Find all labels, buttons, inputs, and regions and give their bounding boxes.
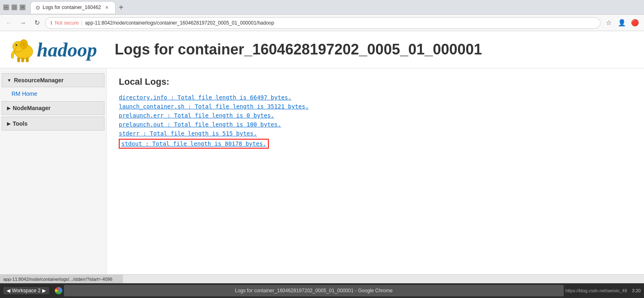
window-controls: — □ ✕	[3, 5, 25, 10]
log-item: launch_container.sh : Total file length …	[119, 103, 632, 110]
taskbar-prev-workspace[interactable]: ◀	[7, 288, 10, 293]
resource-manager-header[interactable]: ▼ ResourceManager	[2, 73, 104, 87]
close-button[interactable]: ✕	[20, 5, 25, 10]
log-link[interactable]: stderr : Total file length is 515 bytes.	[119, 130, 257, 137]
tools-header[interactable]: ▶ Tools	[2, 117, 104, 131]
tools-section: ▶ Tools	[0, 117, 106, 131]
node-manager-arrow: ▶	[7, 106, 10, 111]
svg-point-2	[16, 44, 17, 46]
taskbar-time: 3:20	[632, 288, 641, 293]
resource-manager-section: ▼ ResourceManager RM Home	[0, 73, 106, 99]
status-url: app-11:8042/node/containerlogs/.../stder…	[0, 275, 123, 283]
log-link[interactable]: directory.info : Total file length is 66…	[119, 94, 291, 101]
address-actions: ☆ 👤 🔴	[603, 17, 641, 29]
log-item: prelaunch.out : Total file length is 100…	[119, 121, 632, 128]
security-icon: ℹ	[50, 20, 52, 26]
address-bar: ← → ↻ ℹ Not secure | app-11:8042/node/co…	[0, 15, 644, 31]
url-bar[interactable]: ℹ Not secure | app-11:8042/node/containe…	[45, 17, 601, 29]
taskbar-right-url: https://blog.csdn.net/weixin_48	[565, 288, 627, 293]
log-link-highlighted[interactable]: stdout : Total file length is 80178 byte…	[119, 139, 269, 149]
rm-home-link[interactable]: RM Home	[0, 88, 106, 99]
back-button[interactable]: ←	[3, 17, 15, 29]
page-main-title: Logs for container_1604628197202_0005_01…	[115, 41, 482, 58]
active-tab[interactable]: ⊙ Logs for container_160462 ×	[30, 1, 116, 14]
hadoop-logo: hadoop	[8, 35, 98, 64]
status-bar: app-11:8042/node/containerlogs/.../stder…	[0, 274, 644, 283]
tools-arrow: ▶	[7, 121, 10, 126]
new-tab-button[interactable]: +	[116, 1, 127, 14]
forward-button[interactable]: →	[17, 17, 29, 29]
log-item: stderr : Total file length is 515 bytes.	[119, 130, 632, 137]
resource-manager-label: ResourceManager	[14, 77, 63, 84]
resource-manager-arrow: ▼	[7, 78, 11, 83]
node-manager-label: NodeManager	[13, 105, 51, 111]
node-manager-section: ▶ NodeManager	[0, 101, 106, 115]
hadoop-header: hadoop Logs for container_1604628197202_…	[0, 31, 644, 68]
extension-icon[interactable]: 🔴	[629, 17, 641, 29]
refresh-button[interactable]: ↻	[31, 17, 43, 29]
taskbar-next-workspace[interactable]: ▶	[42, 288, 46, 293]
local-logs-title: Local Logs:	[119, 77, 632, 87]
page-content: hadoop Logs for container_1604628197202_…	[0, 31, 644, 274]
bookmark-icon[interactable]: ☆	[603, 17, 615, 29]
sidebar: ▼ ResourceManager RM Home ▶ NodeManager …	[0, 68, 107, 274]
workspace-label: Workspace 2	[12, 288, 41, 293]
svg-rect-5	[21, 58, 24, 62]
browser-titlebar: — □ ✕ ⊙ Logs for container_160462 × +	[0, 0, 644, 15]
minimize-button[interactable]: —	[3, 5, 9, 10]
log-list: directory.info : Total file length is 66…	[119, 94, 632, 149]
profile-icon[interactable]: 👤	[616, 17, 628, 29]
content-area: Local Logs: directory.info : Total file …	[107, 68, 644, 274]
log-link[interactable]: prelaunch.out : Total file length is 100…	[119, 121, 281, 128]
tab-close-button[interactable]: ×	[104, 4, 110, 11]
taskbar-right: https://blog.csdn.net/weixin_48 3:20	[565, 288, 641, 293]
taskbar-workspace: ◀ Workspace 2 ▶	[3, 287, 49, 294]
hadoop-logo-text: hadoop	[37, 38, 97, 61]
not-secure-label: Not secure	[55, 20, 79, 26]
log-link[interactable]: prelaunch.err : Total file length is 0 b…	[119, 112, 274, 119]
url-separator: |	[81, 20, 82, 26]
main-layout: ▼ ResourceManager RM Home ▶ NodeManager …	[0, 68, 644, 274]
log-link[interactable]: launch_container.sh : Total file length …	[119, 103, 309, 110]
hadoop-elephant-icon	[8, 35, 37, 64]
tab-favicon: ⊙	[36, 5, 40, 11]
url-text: app-11:8042/node/containerlogs/container…	[85, 20, 274, 26]
node-manager-header[interactable]: ▶ NodeManager	[2, 101, 104, 115]
maximize-button[interactable]: □	[11, 5, 17, 10]
tab-title: Logs for container_160462	[43, 5, 101, 10]
log-item: directory.info : Total file length is 66…	[119, 94, 632, 101]
taskbar: ◀ Workspace 2 ▶ Logs for container_16046…	[0, 283, 644, 298]
log-item: prelaunch.err : Total file length is 0 b…	[119, 112, 632, 119]
tab-bar: ⊙ Logs for container_160462 × +	[30, 1, 641, 14]
tools-label: Tools	[13, 120, 27, 127]
taskbar-app-title: Logs for container_1604628197202_0005_01…	[235, 288, 392, 293]
log-item-highlighted: stdout : Total file length is 80178 byte…	[119, 139, 632, 149]
taskbar-app-label[interactable]: Logs for container_1604628197202_0005_01…	[64, 285, 564, 296]
taskbar-chrome-icon	[55, 287, 62, 294]
